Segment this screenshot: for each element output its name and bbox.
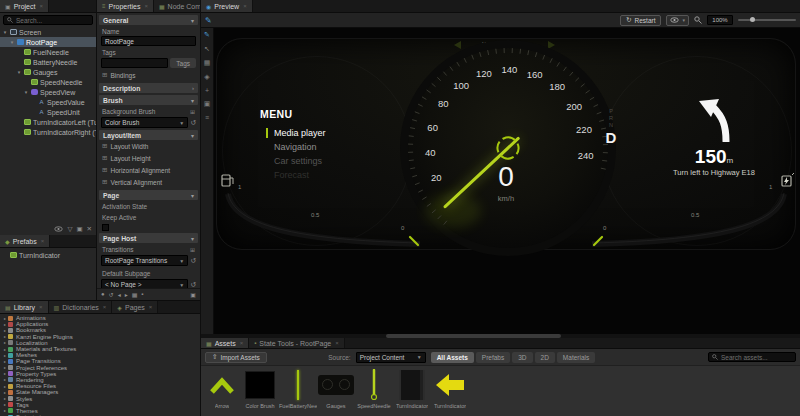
expander-icon[interactable]: ▾ bbox=[9, 39, 15, 45]
grid-icon[interactable]: ▦ bbox=[204, 59, 211, 67]
tree-item-gauges[interactable]: ▾Gauges bbox=[0, 67, 96, 77]
cursor-icon[interactable]: ↖ bbox=[204, 45, 210, 53]
tree-item-fuelneedle[interactable]: FuelNeedle bbox=[0, 47, 96, 57]
name-field[interactable]: RootPage bbox=[101, 36, 196, 46]
layers-icon[interactable]: ≡ bbox=[205, 114, 209, 121]
back-icon[interactable]: ◂ bbox=[118, 291, 121, 298]
filter-icon[interactable]: ▽ bbox=[67, 225, 72, 233]
brush-dropdown[interactable]: Color Brush▼ bbox=[101, 117, 188, 128]
tree-item-speedunit[interactable]: ASpeedUnit bbox=[0, 107, 96, 117]
filter-all-assets[interactable]: All Assets bbox=[431, 352, 474, 363]
asset-color-brush[interactable]: Color Brush bbox=[241, 369, 279, 409]
tags-button[interactable]: Tags bbox=[170, 58, 196, 68]
eye-icon[interactable] bbox=[54, 226, 63, 233]
camera-icon[interactable]: ▣ bbox=[204, 100, 211, 108]
asset-gauges[interactable]: Gauges bbox=[317, 369, 355, 409]
tab-project[interactable]: ▣ Project × bbox=[0, 0, 49, 12]
tab-assets[interactable]: ▦Assets× bbox=[201, 338, 249, 348]
tree-item-speedview[interactable]: ▾SpeedView bbox=[0, 87, 96, 97]
assets-search-input[interactable]: Search assets... bbox=[708, 352, 796, 362]
close-icon[interactable]: × bbox=[335, 340, 339, 346]
section-page-host[interactable]: Page Host▾ bbox=[99, 233, 198, 243]
reset-icon[interactable]: ↺ bbox=[190, 281, 196, 288]
filter-3d[interactable]: 3D bbox=[512, 352, 532, 363]
tab-properties[interactable]: ≡Properties× bbox=[97, 0, 154, 12]
close-icon[interactable]: × bbox=[103, 304, 107, 310]
tab-library[interactable]: ▤Library× bbox=[0, 301, 49, 313]
filter-prefabs[interactable]: Prefabs bbox=[476, 352, 510, 363]
close-icon[interactable]: × bbox=[39, 304, 43, 310]
expander-icon[interactable]: ▾ bbox=[2, 29, 8, 35]
forward-icon[interactable]: ▸ bbox=[125, 291, 128, 298]
revert-icon[interactable]: ↺ bbox=[109, 291, 114, 298]
edit-icon[interactable]: ✎ bbox=[204, 31, 210, 39]
tab-dictionaries[interactable]: ▥Dictionaries× bbox=[49, 301, 113, 313]
layout-row-vertical-alignment[interactable]: ⊞Vertical Alignment bbox=[97, 176, 200, 188]
monitor-icon[interactable]: ▣ bbox=[76, 225, 82, 233]
tags-field[interactable] bbox=[101, 58, 168, 68]
section-page[interactable]: Page▾ bbox=[99, 190, 198, 200]
restart-button[interactable]: ↻Restart bbox=[620, 15, 661, 26]
filter-materials[interactable]: Materials bbox=[557, 352, 595, 363]
layout-row-layout-height[interactable]: ⊞Layout Height bbox=[97, 152, 200, 164]
tree-item-turnindicatorright-turnindicator[interactable]: TurnIndicatorRight (TurnIndicator) bbox=[0, 127, 96, 137]
pin-icon[interactable]: ● bbox=[101, 291, 105, 298]
tab-prefabs[interactable]: ◆ Prefabs × bbox=[0, 235, 50, 247]
edit-mode-icon[interactable]: ✎ bbox=[205, 16, 212, 25]
asset-turnindicator[interactable]: TurnIndicator bbox=[431, 369, 469, 409]
tab-node-components[interactable]: ▦Node Components× bbox=[154, 0, 200, 12]
tree-item-rootpage[interactable]: ▾RootPage bbox=[0, 37, 96, 47]
close-icon[interactable]: × bbox=[240, 340, 244, 346]
layout-row-horizontal-alignment[interactable]: ⊞Horizontal Alignment bbox=[97, 164, 200, 176]
tree-item-screen[interactable]: ▾Screen bbox=[0, 27, 96, 37]
expander-icon[interactable]: ▾ bbox=[23, 89, 29, 95]
zoom-slider-knob[interactable] bbox=[750, 17, 755, 22]
tree-item-speedneedle[interactable]: SpeedNeedle bbox=[0, 77, 96, 87]
panel-options-icon[interactable]: ▣ bbox=[190, 291, 196, 298]
close-icon[interactable]: ✕ bbox=[87, 225, 92, 233]
asset-turnindicator[interactable]: TurnIndicator bbox=[393, 369, 431, 409]
asset-arrow[interactable]: Arrow bbox=[203, 369, 241, 409]
add-icon[interactable]: + bbox=[205, 87, 209, 94]
close-icon[interactable]: × bbox=[243, 3, 247, 9]
tree-item-speedvalue[interactable]: ASpeedValue bbox=[0, 97, 96, 107]
add-binding-icon[interactable]: ⊞ bbox=[190, 246, 195, 253]
close-icon[interactable]: × bbox=[39, 3, 43, 9]
add-binding-icon[interactable]: ⊞ bbox=[190, 108, 195, 115]
expander-icon[interactable]: ▾ bbox=[16, 69, 22, 75]
add-binding-icon[interactable]: ⊞ bbox=[102, 142, 107, 150]
tab-pages[interactable]: ◈Pages× bbox=[112, 301, 158, 313]
add-binding-icon[interactable]: ⊞ bbox=[102, 178, 107, 186]
lock-icon[interactable]: ▪ bbox=[141, 291, 143, 298]
asset-fuelbatteryneedle[interactable]: FuelBatteryNeedle bbox=[279, 369, 317, 409]
add-binding-icon[interactable]: ⊞ bbox=[102, 166, 107, 174]
section-brush[interactable]: Brush▾ bbox=[99, 95, 198, 105]
zoom-level-field[interactable]: 100% bbox=[707, 15, 733, 25]
section-layout[interactable]: Layout/Item▾ bbox=[99, 130, 198, 140]
reset-icon[interactable]: ↺ bbox=[190, 257, 196, 264]
default-subpage-dropdown[interactable]: < No Page >▼ bbox=[101, 279, 188, 288]
section-general[interactable]: General▾ bbox=[99, 15, 198, 25]
filter-2d[interactable]: 2D bbox=[535, 352, 555, 363]
project-search-input[interactable]: Search... bbox=[3, 15, 93, 25]
reset-icon[interactable]: ↺ bbox=[190, 119, 196, 126]
section-description[interactable]: Description› bbox=[99, 83, 198, 93]
tree-item-batteryneedle[interactable]: BatteryNeedle bbox=[0, 57, 96, 67]
add-binding-icon[interactable]: ⊞ bbox=[102, 154, 107, 162]
layout-row-layout-width[interactable]: ⊞Layout Width bbox=[97, 140, 200, 152]
visibility-button[interactable]: ▾ bbox=[666, 15, 689, 26]
source-dropdown[interactable]: Project Content▼ bbox=[356, 352, 426, 363]
close-icon[interactable]: × bbox=[41, 238, 45, 244]
preview-canvas[interactable]: ✎↖▦◈+▣≡ Y ᛒ MENU Media playerNavigationC… bbox=[201, 28, 800, 338]
import-assets-button[interactable]: ⇧Import Assets bbox=[205, 352, 267, 363]
bindings-row[interactable]: ⊞Bindings bbox=[97, 69, 200, 81]
tab-state-tools-rootpage[interactable]: ▪State Tools - RootPage× bbox=[249, 338, 345, 348]
keep-active-checkbox[interactable] bbox=[102, 224, 109, 231]
expand-all-icon[interactable]: ▦ bbox=[132, 291, 138, 298]
asset-speedneedle[interactable]: SpeedNeedle bbox=[355, 369, 393, 409]
close-icon[interactable]: × bbox=[149, 304, 153, 310]
zoom-slider[interactable] bbox=[738, 19, 796, 21]
transitions-dropdown[interactable]: RootPage Transitions▼ bbox=[101, 255, 188, 266]
tab-preview[interactable]: ◉ Preview × bbox=[201, 0, 253, 12]
components-icon[interactable]: ◈ bbox=[204, 73, 209, 81]
